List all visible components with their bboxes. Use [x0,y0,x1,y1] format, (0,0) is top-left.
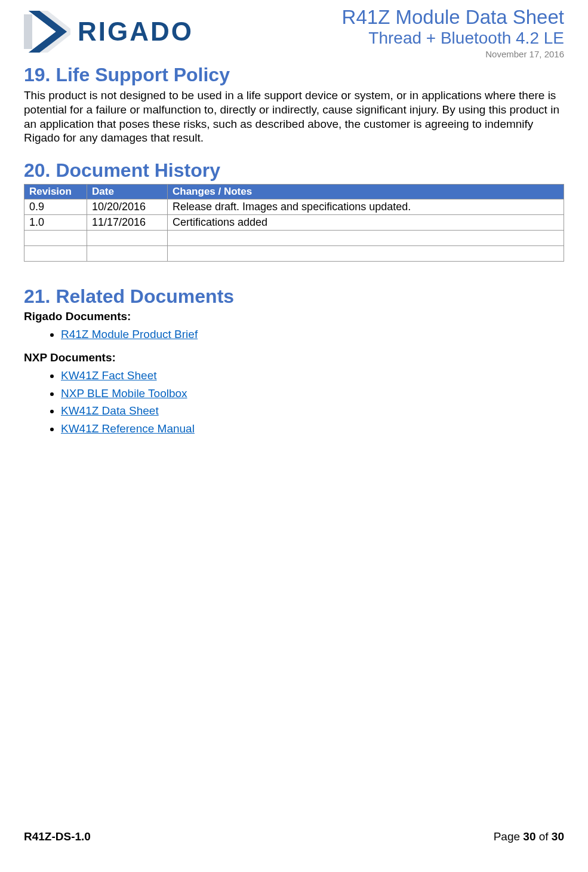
cell-date: 10/20/2016 [87,199,168,215]
cell-date [87,231,168,246]
cell-date [87,246,168,262]
cell-revision [24,246,87,262]
nxp-documents-list: KW41Z Fact Sheet NXP BLE Mobile Toolbox … [24,367,564,437]
doc-date: November 17, 2016 [342,49,564,59]
cell-changes [168,246,564,262]
nxp-documents-label: NXP Documents: [24,351,564,364]
table-header-row: Revision Date Changes / Notes [24,185,564,199]
list-item: KW41Z Reference Manual [61,420,564,437]
cell-revision: 1.0 [24,215,87,231]
list-item: R41Z Module Product Brief [61,326,564,343]
section-19-body: This product is not designed to be used … [24,88,564,145]
list-item: KW41Z Data Sheet [61,402,564,419]
page-header: RIGADO R41Z Module Data Sheet Thread + B… [24,6,564,59]
rigado-documents-label: Rigado Documents: [24,310,564,323]
table-row [24,246,564,262]
list-item: NXP BLE Mobile Toolbox [61,385,564,402]
header-titles: R41Z Module Data Sheet Thread + Bluetoot… [342,6,564,59]
table-row: 1.0 11/17/2016 Certifications added [24,215,564,231]
cell-revision [24,231,87,246]
rigado-documents-list: R41Z Module Product Brief [24,326,564,343]
cell-changes [168,231,564,246]
section-19-heading: 19. Life Support Policy [24,64,564,86]
footer-doc-id: R41Z-DS-1.0 [24,830,91,843]
cell-date: 11/17/2016 [87,215,168,231]
page-of: of [535,830,551,843]
section-20-heading: 20. Document History [24,159,564,182]
section-21-heading: 21. Related Documents [24,285,564,308]
link-kw41z-reference-manual[interactable]: KW41Z Reference Manual [61,422,195,435]
logo-text: RIGADO [78,17,193,47]
link-nxp-ble-toolbox[interactable]: NXP BLE Mobile Toolbox [61,387,187,400]
page-prefix: Page [494,830,524,843]
col-header-date: Date [87,185,168,199]
link-r41z-product-brief[interactable]: R41Z Module Product Brief [61,328,198,340]
list-item: KW41Z Fact Sheet [61,367,564,384]
logo-area: RIGADO [24,6,193,53]
page-current: 30 [523,830,535,843]
document-history-table: Revision Date Changes / Notes 0.9 10/20/… [24,184,564,262]
link-kw41z-fact-sheet[interactable]: KW41Z Fact Sheet [61,369,157,382]
page-footer: R41Z-DS-1.0 Page 30 of 30 [24,830,564,843]
page-total: 30 [552,830,564,843]
table-row: 0.9 10/20/2016 Release draft. Images and… [24,199,564,215]
cell-changes: Certifications added [168,215,564,231]
col-header-changes: Changes / Notes [168,185,564,199]
footer-page-number: Page 30 of 30 [494,830,564,843]
rigado-logo-icon [24,11,72,53]
doc-title: R41Z Module Data Sheet [342,6,564,29]
link-kw41z-data-sheet[interactable]: KW41Z Data Sheet [61,404,159,417]
col-header-revision: Revision [24,185,87,199]
cell-changes: Release draft. Images and specifications… [168,199,564,215]
cell-revision: 0.9 [24,199,87,215]
table-row [24,231,564,246]
doc-subtitle: Thread + Bluetooth 4.2 LE [342,29,564,48]
